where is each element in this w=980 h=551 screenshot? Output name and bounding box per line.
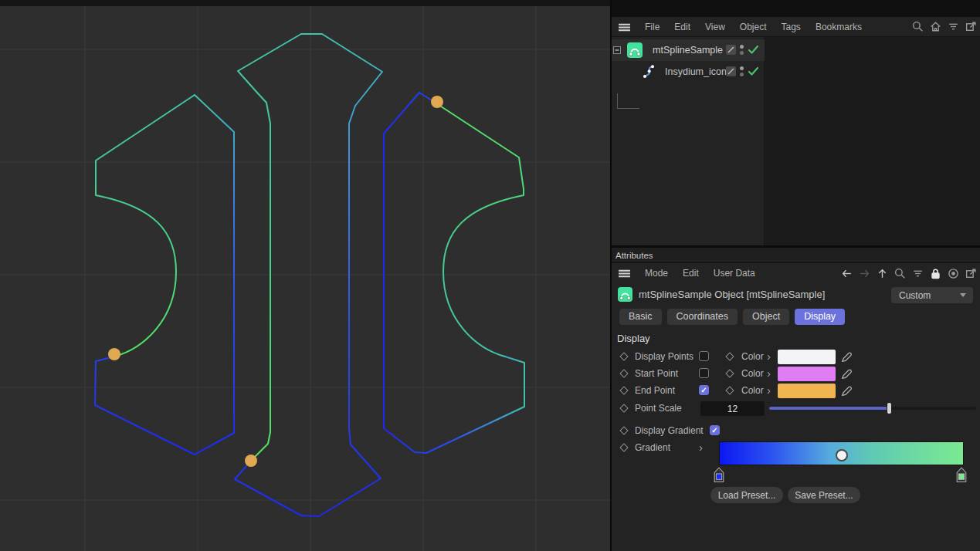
viewport[interactable] <box>0 0 610 551</box>
right-panel: FileEditViewObjectTagsBookmarks mtSpline… <box>610 0 980 551</box>
menu-mode[interactable]: Mode <box>645 268 668 279</box>
attributes-title: Attributes <box>615 251 653 260</box>
eyedropper-icon[interactable] <box>840 367 853 380</box>
spline-segment-right-shape-end-half <box>434 102 524 357</box>
enabled-check-icon[interactable] <box>748 45 759 55</box>
visibility-dots-icon[interactable] <box>740 66 744 76</box>
display-points-color-swatch[interactable] <box>778 350 836 364</box>
display-gradient-label: Display Gradient <box>635 425 704 436</box>
point-scale-slider[interactable] <box>769 407 976 410</box>
end-point-color-swatch[interactable] <box>778 384 836 398</box>
eyedropper-icon[interactable] <box>840 384 853 397</box>
point-scale-label: Point Scale <box>635 403 682 414</box>
menu-user-data[interactable]: User Data <box>714 268 755 279</box>
edit-toggle-icon[interactable] <box>726 66 736 76</box>
object-manager-menu: FileEditViewObjectTagsBookmarks <box>630 22 862 32</box>
menu-hamburger-icon[interactable] <box>618 267 630 279</box>
chevron-right-icon[interactable]: › <box>767 367 771 380</box>
display-gradient-checkbox[interactable] <box>710 425 720 435</box>
start-point-checkbox[interactable] <box>699 368 709 378</box>
object-manager[interactable]: mtSplineSample Ins <box>612 37 980 245</box>
home-icon[interactable] <box>929 20 942 33</box>
menu-tags[interactable]: Tags <box>782 22 801 32</box>
app-window: FileEditViewObjectTagsBookmarks mtSpline… <box>0 0 980 551</box>
visibility-dots-icon[interactable] <box>740 45 744 55</box>
keyframe-diamond-icon[interactable] <box>725 352 734 360</box>
display-points-checkbox[interactable] <box>699 351 709 361</box>
lock-icon[interactable] <box>929 267 942 280</box>
chevron-right-icon[interactable]: › <box>767 384 771 397</box>
tab-basic[interactable]: Basic <box>619 309 662 325</box>
object-row-mtsplinesample[interactable]: mtSplineSample <box>612 39 765 61</box>
search-icon[interactable] <box>911 20 924 33</box>
up-icon[interactable] <box>876 267 889 280</box>
filter-icon[interactable] <box>911 267 924 280</box>
tab-object[interactable]: Object <box>743 309 789 325</box>
menu-edit[interactable]: Edit <box>674 22 690 32</box>
tab-display[interactable]: Display <box>795 309 845 325</box>
color-label: Color <box>741 385 764 396</box>
object-manager-menubar: FileEditViewObjectTagsBookmarks <box>612 17 980 37</box>
object-label[interactable]: Insydium_icon <box>665 66 727 77</box>
gradient-label: Gradient <box>635 442 670 453</box>
attributes-titlebar: Attributes <box>612 248 980 263</box>
keyframe-diamond-icon[interactable] <box>619 404 628 412</box>
keyframe-diamond-icon[interactable] <box>619 386 628 394</box>
viewport-top-edge <box>0 0 610 6</box>
spline-primitive-icon <box>618 287 632 302</box>
menu-hamburger-icon[interactable] <box>618 21 630 33</box>
gradient-knot-right[interactable] <box>955 466 968 483</box>
tree-branch-line <box>617 93 639 109</box>
attributes-object-title: mtSplineSample Object [mtSplineSample] <box>639 289 825 300</box>
attributes-object-row: mtSplineSample Object [mtSplineSample] C… <box>612 283 980 306</box>
forward-icon[interactable] <box>858 267 871 280</box>
object-label[interactable]: mtSplineSample <box>653 45 723 56</box>
eyedropper-icon[interactable] <box>840 350 853 363</box>
back-icon[interactable] <box>840 267 853 280</box>
gradient-bar[interactable] <box>719 441 964 465</box>
end-point-checkbox[interactable] <box>699 385 709 395</box>
tab-coordinates[interactable]: Coordinates <box>667 309 738 325</box>
save-preset-button[interactable]: Save Preset... <box>788 487 860 503</box>
point-scale-input[interactable]: 12 <box>700 401 765 416</box>
enabled-check-icon[interactable] <box>748 66 759 76</box>
color-label: Color <box>741 368 764 379</box>
menu-object[interactable]: Object <box>740 22 767 32</box>
menu-file[interactable]: File <box>645 22 660 32</box>
keyframe-diamond-icon[interactable] <box>619 369 628 377</box>
load-preset-button[interactable]: Load Preset... <box>710 487 783 503</box>
chevron-right-icon[interactable]: › <box>767 350 771 363</box>
object-row-insydium-icon[interactable]: Insydium_icon <box>612 61 765 83</box>
spline-end-point[interactable] <box>108 348 120 360</box>
start-point-color-swatch[interactable] <box>778 367 836 381</box>
spline-object-icon <box>641 64 656 79</box>
keyframe-diamond-icon[interactable] <box>725 369 734 377</box>
attributes-toolbar <box>840 267 978 280</box>
spline-end-point[interactable] <box>431 96 443 108</box>
display-points-row: Display Points Color › <box>612 348 980 365</box>
keyframe-diamond-icon[interactable] <box>619 443 628 451</box>
edit-toggle-icon[interactable] <box>726 45 736 55</box>
menu-edit[interactable]: Edit <box>683 268 699 279</box>
search-icon[interactable] <box>894 267 907 280</box>
object-manager-toolbar <box>911 20 978 33</box>
chevron-right-icon[interactable]: › <box>699 441 703 454</box>
spline-end-point[interactable] <box>245 455 257 467</box>
menu-view[interactable]: View <box>705 22 725 32</box>
keyframe-diamond-icon[interactable] <box>619 352 628 360</box>
popout-icon[interactable] <box>965 267 978 280</box>
popout-icon[interactable] <box>965 20 978 33</box>
filter-icon[interactable] <box>947 20 960 33</box>
preset-dropdown[interactable]: Custom <box>891 287 973 303</box>
target-icon[interactable] <box>947 267 960 280</box>
keyframe-diamond-icon[interactable] <box>725 386 734 394</box>
menu-bookmarks[interactable]: Bookmarks <box>816 22 862 32</box>
keyframe-diamond-icon[interactable] <box>619 426 628 434</box>
gradient-mid-knot[interactable] <box>836 449 848 461</box>
slider-handle[interactable] <box>887 402 892 414</box>
spline-segment-left-shape-end-half <box>96 95 195 357</box>
chevron-down-icon <box>960 293 966 297</box>
gradient-knot-left[interactable] <box>713 466 725 483</box>
viewport-canvas[interactable] <box>0 0 610 551</box>
tree-collapse-icon[interactable] <box>613 46 621 54</box>
